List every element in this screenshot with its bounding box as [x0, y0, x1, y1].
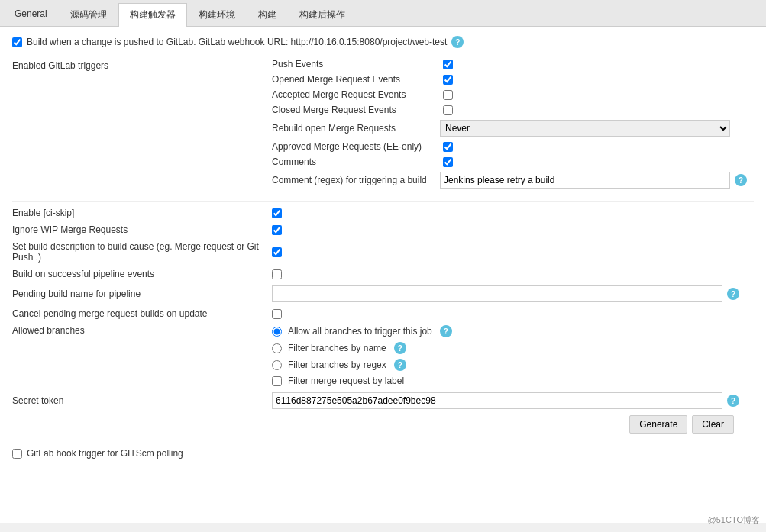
pending-build-content: ?	[272, 285, 754, 302]
secret-token-help-icon[interactable]: ?	[727, 395, 739, 407]
push-events-label: Push Events	[272, 59, 440, 69]
rebuild-mr-select[interactable]: Never On push Only if not merged	[440, 120, 730, 137]
ignore-wip-row: Ignore WIP Merge Requests	[12, 224, 754, 235]
secret-token-row: Secret token 6116d887275e505a2b67adee0f9…	[12, 392, 754, 409]
filter-regex-label: Filter branches by regex	[288, 360, 386, 370]
allow-all-radio[interactable]	[272, 327, 282, 337]
comments-checkbox[interactable]	[443, 157, 453, 167]
allow-all-row: Allow all branches to trigger this job ?	[272, 325, 452, 337]
filter-label-row: Filter merge request by label	[272, 376, 452, 386]
pending-build-label: Pending build name for pipeline	[12, 289, 272, 299]
accepted-mr-label: Accepted Merge Request Events	[272, 89, 440, 100]
allowed-branches-radio-group: Allow all branches to trigger this job ?…	[272, 325, 452, 386]
filter-regex-help-icon[interactable]: ?	[394, 359, 406, 371]
top-nav: General 源码管理 构建触发器 构建环境 构建 构建后操作	[0, 0, 766, 27]
opened-mr-row: Opened Merge Request Events	[272, 74, 754, 85]
generate-button[interactable]: Generate	[629, 415, 687, 434]
filter-name-radio[interactable]	[272, 343, 282, 353]
build-desc-label: Set build description to build cause (eg…	[12, 241, 272, 263]
webhook-label: Build when a change is pushed to GitLab.…	[27, 37, 447, 47]
push-events-checkbox[interactable]	[443, 60, 453, 69]
pending-build-row: Pending build name for pipeline ?	[12, 285, 754, 302]
ci-skip-content	[272, 208, 754, 218]
filter-name-help-icon[interactable]: ?	[394, 342, 406, 354]
ci-skip-row: Enable [ci-skip]	[12, 208, 754, 218]
filter-label-label: Filter merge request by label	[288, 376, 404, 386]
closed-mr-checkbox[interactable]	[443, 105, 453, 115]
ci-skip-label: Enable [ci-skip]	[12, 208, 272, 218]
cancel-pending-label: Cancel pending merge request builds on u…	[12, 308, 272, 319]
gitlab-triggers-block: Enabled GitLab triggers Push Events Open…	[12, 59, 754, 193]
gitscm-checkbox[interactable]	[12, 449, 22, 459]
secret-token-label: Secret token	[12, 395, 272, 406]
filter-name-row: Filter branches by name ?	[272, 342, 452, 354]
cancel-pending-row: Cancel pending merge request builds on u…	[12, 308, 754, 319]
pending-build-input[interactable]	[272, 285, 722, 302]
comment-regex-input[interactable]: Jenkins please retry a build	[440, 172, 730, 189]
ignore-wip-content	[272, 225, 754, 235]
rebuild-mr-row: Rebuild open Merge Requests Never On pus…	[272, 120, 754, 137]
approved-mr-row: Approved Merge Requests (EE-only)	[272, 141, 754, 152]
closed-mr-row: Closed Merge Request Events	[272, 105, 754, 115]
triggers-rows: Push Events Opened Merge Request Events …	[272, 59, 754, 193]
bottom-row: GitLab hook trigger for GITScm polling	[12, 448, 754, 459]
rebuild-mr-label: Rebuild open Merge Requests	[272, 123, 440, 134]
build-pipeline-content	[272, 269, 754, 279]
allowed-branches-row: Allowed branches Allow all branches to t…	[12, 325, 754, 386]
accepted-mr-checkbox[interactable]	[443, 90, 453, 100]
approved-mr-label: Approved Merge Requests (EE-only)	[272, 141, 440, 152]
build-pipeline-row: Build on successful pipeline events	[12, 269, 754, 279]
allow-all-help-icon[interactable]: ?	[440, 325, 452, 337]
filter-label-checkbox[interactable]	[272, 376, 282, 386]
tab-build-env[interactable]: 构建环境	[187, 3, 247, 26]
approved-mr-checkbox[interactable]	[443, 142, 453, 152]
opened-mr-label: Opened Merge Request Events	[272, 74, 440, 85]
webhook-help-icon[interactable]: ?	[451, 36, 464, 48]
cancel-pending-checkbox[interactable]	[272, 309, 282, 319]
secret-token-input[interactable]: 6116d887275e505a2b67adee0f9bec98	[272, 392, 722, 409]
tab-source-mgmt[interactable]: 源码管理	[59, 3, 118, 26]
tab-build[interactable]: 构建	[247, 3, 288, 26]
build-desc-row: Set build description to build cause (eg…	[12, 241, 754, 263]
webhook-row: Build when a change is pushed to GitLab.…	[12, 36, 754, 48]
ignore-wip-checkbox[interactable]	[272, 225, 282, 235]
ignore-wip-label: Ignore WIP Merge Requests	[12, 224, 272, 235]
ci-skip-checkbox[interactable]	[272, 208, 282, 218]
comments-label: Comments	[272, 156, 440, 167]
watermark: @51CTO博客	[708, 514, 760, 523]
clear-button[interactable]: Clear	[692, 415, 734, 434]
build-desc-checkbox[interactable]	[272, 247, 282, 257]
comment-regex-label: Comment (regex) for triggering a build	[272, 175, 440, 185]
allowed-branches-label: Allowed branches	[12, 325, 272, 336]
closed-mr-label: Closed Merge Request Events	[272, 105, 440, 115]
filter-regex-radio[interactable]	[272, 360, 282, 370]
comments-row: Comments	[272, 156, 754, 167]
allowed-branches-content: Allow all branches to trigger this job ?…	[272, 325, 754, 386]
filter-regex-row: Filter branches by regex ?	[272, 359, 452, 371]
push-events-row: Push Events	[272, 59, 754, 69]
comment-regex-row: Comment (regex) for triggering a build J…	[272, 172, 754, 189]
pending-build-help-icon[interactable]: ?	[727, 288, 739, 300]
webhook-checkbox[interactable]	[12, 37, 22, 47]
filter-name-label: Filter branches by name	[288, 343, 386, 353]
comment-regex-help-icon[interactable]: ?	[735, 174, 747, 186]
build-pipeline-checkbox[interactable]	[272, 269, 282, 279]
tab-build-triggers[interactable]: 构建触发器	[118, 3, 187, 27]
gitlab-triggers-label: Enabled GitLab triggers	[12, 59, 272, 193]
opened-mr-checkbox[interactable]	[443, 75, 453, 85]
allow-all-label: Allow all branches to trigger this job	[288, 326, 432, 337]
tab-general[interactable]: General	[3, 3, 59, 26]
build-pipeline-label: Build on successful pipeline events	[12, 269, 272, 279]
tab-post-build[interactable]: 构建后操作	[288, 3, 357, 26]
token-buttons-row: Generate Clear	[12, 415, 754, 434]
content-area: Build when a change is pushed to GitLab.…	[0, 27, 766, 523]
gitscm-label: GitLab hook trigger for GITScm polling	[27, 448, 183, 459]
build-desc-content	[272, 247, 754, 257]
accepted-mr-row: Accepted Merge Request Events	[272, 89, 754, 100]
cancel-pending-content	[272, 309, 754, 319]
